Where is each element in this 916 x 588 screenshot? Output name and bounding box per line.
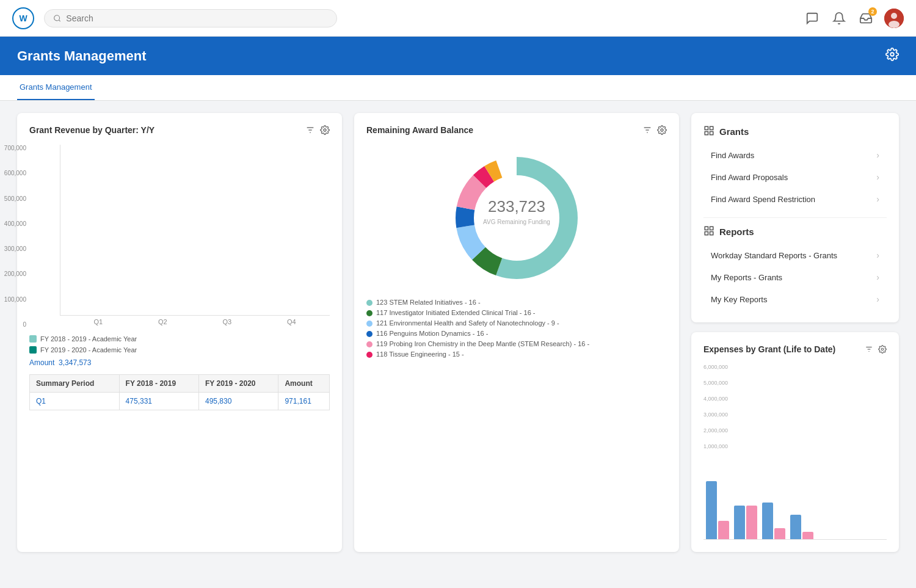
expenses-card: Expenses by Grant (Life to Date) 6,000,0… xyxy=(691,332,899,552)
grants-section-header: Grants xyxy=(703,125,887,138)
cell-period[interactable]: Q1 xyxy=(30,393,120,410)
legend-color-0 xyxy=(366,300,373,306)
chat-icon[interactable] xyxy=(804,10,821,27)
svg-rect-30 xyxy=(710,232,713,235)
exp-bar-pink-2 xyxy=(746,506,757,539)
search-input[interactable] xyxy=(66,13,328,23)
svg-line-1 xyxy=(59,20,60,21)
exp-bar-blue-1 xyxy=(706,481,717,539)
svg-text:233,723: 233,723 xyxy=(488,197,545,216)
reports-section-icon xyxy=(703,225,714,238)
nav-icons: 2 xyxy=(804,9,904,28)
main-content: Grant Revenue by Quarter: Y/Y 700,000600… xyxy=(0,101,916,564)
legend-item-0: 123 STEM Related Initiatives - 16 - xyxy=(366,299,667,306)
remaining-award-actions[interactable] xyxy=(642,125,667,135)
chevron-icon-3: › xyxy=(876,194,879,204)
inbox-badge: 2 xyxy=(868,7,877,16)
svg-point-13 xyxy=(661,129,663,131)
svg-point-0 xyxy=(54,15,60,20)
cell-fy1: 475,331 xyxy=(119,393,198,410)
menu-my-reports[interactable]: My Reports - Grants › xyxy=(703,266,887,288)
top-nav: W 2 xyxy=(0,0,916,37)
y-axis-labels: 700,000600,000500,000400,000300,000200,0… xyxy=(0,145,26,328)
svg-point-4 xyxy=(889,21,900,28)
menu-workday-reports[interactable]: Workday Standard Reports - Grants › xyxy=(703,244,887,266)
exp-bar-pink-1 xyxy=(718,521,729,539)
chevron-icon-2: › xyxy=(876,172,879,182)
exp-bar-group-3 xyxy=(762,503,785,539)
grant-revenue-title: Grant Revenue by Quarter: Y/Y xyxy=(29,125,154,135)
table-row: Q1 475,331 495,830 971,161 xyxy=(30,393,330,410)
amount-row: Amount 3,347,573 xyxy=(29,358,330,367)
table-header-fy1: FY 2018 - 2019 xyxy=(119,375,198,393)
grant-revenue-card: Grant Revenue by Quarter: Y/Y 700,000600… xyxy=(17,113,342,552)
svg-point-5 xyxy=(890,53,894,56)
svg-rect-27 xyxy=(705,227,708,230)
legend-fy1: FY 2018 - 2019 - Academic Year xyxy=(29,335,330,343)
filter-icon-3[interactable] xyxy=(865,345,873,354)
cell-fy2: 495,830 xyxy=(199,393,278,410)
svg-point-34 xyxy=(881,348,884,350)
remaining-award-header: Remaining Award Balance xyxy=(366,125,667,135)
chevron-icon-6: › xyxy=(876,294,879,304)
menu-find-award-spend[interactable]: Find Award Spend Restriction › xyxy=(703,188,887,210)
grant-revenue-actions[interactable] xyxy=(305,125,330,135)
settings-icon-3[interactable] xyxy=(878,345,887,354)
svg-rect-26 xyxy=(710,132,713,135)
search-bar[interactable] xyxy=(44,9,337,27)
bell-icon[interactable] xyxy=(831,10,848,27)
table-header-amount: Amount xyxy=(278,375,330,393)
legend-fy2: FY 2019 - 2020 - Academic Year xyxy=(29,346,330,354)
cell-amount: 971,161 xyxy=(278,393,330,410)
exp-bar-blue-4 xyxy=(790,515,801,539)
grant-revenue-header: Grant Revenue by Quarter: Y/Y xyxy=(29,125,330,135)
chevron-icon-5: › xyxy=(876,272,879,282)
svg-rect-24 xyxy=(710,126,713,129)
svg-point-3 xyxy=(891,13,897,19)
exp-bar-group-4 xyxy=(790,515,813,539)
page-tabs: Grants Management xyxy=(0,75,916,101)
legend-color-1 xyxy=(366,310,373,316)
exp-bar-pink-4 xyxy=(802,532,813,539)
donut-legend: 123 STEM Related Initiatives - 16 - 117 … xyxy=(366,299,667,358)
workday-logo[interactable]: W xyxy=(12,7,34,29)
avatar[interactable] xyxy=(884,9,904,28)
expenses-actions[interactable] xyxy=(865,345,887,354)
menu-my-key-reports[interactable]: My Key Reports › xyxy=(703,288,887,310)
exp-bar-group-2 xyxy=(734,506,757,539)
summary-table: Summary Period FY 2018 - 2019 FY 2019 - … xyxy=(29,374,330,410)
chart-legend: FY 2018 - 2019 - Academic Year FY 2019 -… xyxy=(29,335,330,354)
svg-point-9 xyxy=(324,129,326,131)
remaining-award-card: Remaining Award Balance xyxy=(354,113,679,552)
expenses-title: Expenses by Grant (Life to Date) xyxy=(703,344,835,354)
filter-icon[interactable] xyxy=(305,125,315,135)
menu-find-awards[interactable]: Find Awards › xyxy=(703,144,887,166)
donut-chart-container: 233,723 AVG Remaining Funding xyxy=(366,145,667,291)
legend-item-4: 119 Probing Iron Chemistry in the Deep M… xyxy=(366,340,667,347)
legend-dot-fy2 xyxy=(29,346,37,354)
settings-chart-icon[interactable] xyxy=(320,125,330,135)
exp-bar-group-1 xyxy=(706,481,729,539)
donut-chart-svg: 233,723 AVG Remaining Funding xyxy=(443,145,590,291)
tab-grants-management[interactable]: Grants Management xyxy=(17,75,95,100)
exp-bar-blue-3 xyxy=(762,503,773,539)
chevron-icon-4: › xyxy=(876,250,879,260)
menu-find-award-proposals[interactable]: Find Award Proposals › xyxy=(703,166,887,188)
table-header-fy2: FY 2019 - 2020 xyxy=(199,375,278,393)
chevron-icon: › xyxy=(876,150,879,160)
expenses-chart xyxy=(703,454,887,540)
svg-rect-25 xyxy=(705,132,708,135)
legend-item-2: 121 Environmental Health and Safety of N… xyxy=(366,319,667,327)
expenses-header: Expenses by Grant (Life to Date) xyxy=(703,344,887,354)
grants-nav-card: Grants Find Awards › Find Award Proposal… xyxy=(691,113,899,322)
legend-item-1: 117 Investigator Initiated Extended Clin… xyxy=(366,309,667,316)
legend-color-2 xyxy=(366,321,373,327)
settings-icon-2[interactable] xyxy=(657,125,667,135)
legend-color-3 xyxy=(366,331,373,337)
right-panel: Grants Find Awards › Find Award Proposal… xyxy=(691,113,899,552)
legend-dot-fy1 xyxy=(29,335,37,343)
filter-icon-2[interactable] xyxy=(642,125,652,135)
inbox-icon[interactable]: 2 xyxy=(857,10,874,27)
remaining-award-title: Remaining Award Balance xyxy=(366,125,473,135)
settings-icon[interactable] xyxy=(885,48,899,64)
